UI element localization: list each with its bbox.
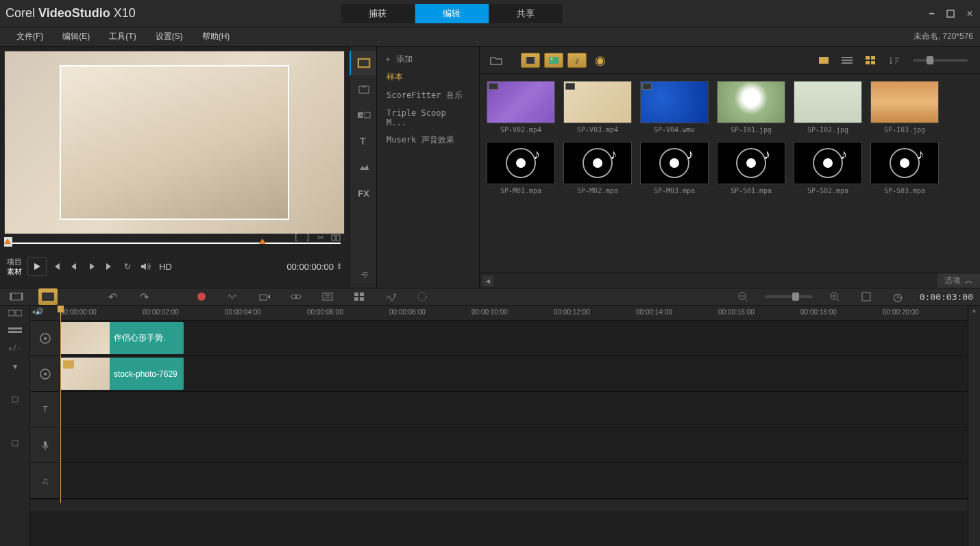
library-item[interactable]: SP-M02.mpa — [563, 142, 632, 195]
ripple-edit-icon-2[interactable] — [5, 437, 25, 449]
mode-clip[interactable]: 素材 — [7, 266, 22, 276]
chapter-icon[interactable] — [318, 288, 337, 305]
tab-edit[interactable]: 编辑 — [415, 4, 489, 23]
zoom-out-icon[interactable] — [733, 288, 752, 305]
mode-project[interactable]: 项目 — [7, 257, 22, 266]
track-motion-icon[interactable] — [381, 288, 400, 305]
volume-button[interactable] — [137, 258, 154, 275]
video-track-content[interactable]: 伴侣心形手势. — [60, 321, 968, 356]
tab-share[interactable]: 共享 — [489, 4, 563, 23]
options-button[interactable]: 选项 ︽ — [938, 273, 980, 288]
track-view-icon-1[interactable] — [5, 307, 25, 319]
maximize-button[interactable] — [946, 9, 955, 18]
audio-mixer-icon[interactable] — [223, 288, 243, 305]
in-marker[interactable] — [4, 238, 11, 244]
category-sample[interactable]: 样本 — [377, 68, 479, 86]
category-scorefitter[interactable]: ScoreFitter 音乐 — [377, 86, 479, 105]
duration-icon[interactable]: ◷ — [888, 288, 907, 305]
clip-2[interactable]: stock-photo-7629 — [60, 358, 184, 390]
timeline-ruler[interactable]: ◂🔊 00:00:00:0000:00:02:0000:00:04:0000:0… — [30, 306, 968, 321]
preview-mode-labels[interactable]: 项目 素材 — [7, 257, 22, 276]
import-folder-icon[interactable] — [487, 53, 506, 68]
library-item[interactable]: SP-V04.wmv — [640, 81, 709, 134]
tab-capture[interactable]: 捕获 — [341, 4, 415, 23]
cut-icon[interactable]: ✂ — [317, 233, 324, 243]
minimize-button[interactable]: ━ — [927, 9, 936, 18]
filter-video-icon[interactable] — [521, 53, 540, 68]
nav-expand-icon[interactable] — [350, 263, 376, 288]
timeline-h-scrollbar[interactable] — [30, 499, 968, 511]
menu-settings[interactable]: 设置(S) — [146, 31, 193, 42]
add-folder-button[interactable]: ＋ 添加 — [377, 51, 479, 68]
menu-help[interactable]: 帮助(H) — [193, 31, 240, 42]
track-view-icon-2[interactable] — [5, 325, 25, 337]
library-item[interactable]: SP-S01.mpa — [717, 142, 785, 195]
undo-icon[interactable]: ↶ — [103, 288, 122, 305]
prev-frame-button[interactable] — [66, 258, 82, 275]
title-track-head[interactable]: T — [30, 392, 60, 427]
mark-in-icon[interactable]: [ — [294, 233, 299, 243]
menu-file[interactable]: 文件(F) — [7, 31, 53, 42]
overlay-track-head[interactable] — [30, 356, 60, 391]
nav-instant-icon[interactable] — [350, 77, 376, 101]
nav-graphic-icon[interactable] — [350, 155, 376, 179]
menu-tools[interactable]: 工具(T) — [99, 31, 145, 42]
zoom-slider[interactable] — [765, 295, 813, 298]
category-triplescoop[interactable]: Triple Scoop M... — [377, 105, 479, 131]
library-item[interactable]: SP-I01.jpg — [717, 81, 785, 134]
playhead[interactable] — [60, 306, 61, 503]
preview-video[interactable] — [4, 51, 345, 234]
timecode-stepper[interactable]: ▲▼ — [336, 262, 342, 271]
filter-audio-icon[interactable]: ♪ — [567, 53, 587, 68]
nav-media-icon[interactable] — [350, 51, 376, 75]
redo-icon[interactable]: ↷ — [134, 288, 154, 305]
subtitle-icon[interactable] — [413, 288, 432, 305]
auto-music-icon[interactable] — [255, 288, 274, 305]
play-button[interactable] — [27, 257, 47, 276]
ripple-edit-icon[interactable] — [5, 393, 25, 406]
library-item[interactable]: SP-M01.mpa — [487, 142, 555, 195]
loop-button[interactable]: ↻ — [119, 258, 136, 275]
menu-edit[interactable]: 编辑(E) — [53, 31, 99, 42]
close-button[interactable]: ✕ — [965, 9, 975, 18]
timeline-v-scrollbar[interactable]: ▲ ▼ — [968, 306, 980, 546]
view-list-icon[interactable] — [837, 53, 857, 68]
timeline-timecode[interactable]: 0:00:03:00 — [920, 292, 973, 302]
scroll-left-icon[interactable]: ◂ — [482, 275, 493, 286]
link-icon[interactable] — [286, 288, 306, 305]
music-track-head[interactable]: ♫ — [30, 463, 60, 498]
category-muserk[interactable]: Muserk 声音效果 — [377, 131, 479, 149]
out-marker[interactable] — [259, 238, 266, 244]
voice-track-head[interactable] — [30, 427, 60, 462]
library-item[interactable]: SP-S02.mpa — [794, 142, 862, 195]
music-track-content[interactable] — [60, 463, 968, 498]
split-icon[interactable] — [331, 233, 341, 243]
goto-end-button[interactable] — [101, 258, 118, 275]
zoom-handle[interactable] — [792, 293, 799, 301]
library-item[interactable]: SP-S03.mpa — [870, 142, 939, 195]
library-item[interactable]: SP-V03.mp4 — [563, 81, 632, 134]
zoom-in-icon[interactable] — [825, 288, 844, 305]
mark-out-icon[interactable]: ] — [306, 233, 310, 243]
preview-timecode[interactable]: 00:00:00:00 ▲▼ — [286, 262, 342, 272]
view-thumb-icon[interactable] — [814, 53, 833, 68]
record-icon[interactable] — [192, 288, 211, 305]
track-chevron-icon[interactable]: ▾ — [5, 360, 25, 373]
storyboard-view-icon[interactable] — [7, 288, 26, 305]
nav-title-icon[interactable]: T — [350, 129, 376, 153]
goto-start-button[interactable] — [48, 258, 64, 275]
filter-photo-icon[interactable] — [544, 53, 563, 68]
filter-disc-icon[interactable]: ◉ — [591, 53, 610, 68]
slider-handle[interactable] — [927, 56, 933, 64]
track-toggle-icon[interactable]: ＋/－ — [5, 343, 25, 355]
library-item[interactable]: SP-M03.mpa — [640, 142, 709, 195]
title-track-content[interactable] — [60, 392, 968, 427]
next-frame-button[interactable] — [84, 258, 100, 275]
library-item[interactable]: SP-V02.mp4 — [487, 81, 555, 134]
multi-trim-icon[interactable] — [350, 288, 369, 305]
nav-transition-icon[interactable]: AB — [350, 103, 376, 127]
view-grid-icon[interactable] — [861, 53, 880, 68]
library-item[interactable]: SP-I03.jpg — [870, 81, 939, 134]
sort-icon[interactable] — [884, 53, 903, 68]
voice-track-content[interactable] — [60, 427, 968, 462]
